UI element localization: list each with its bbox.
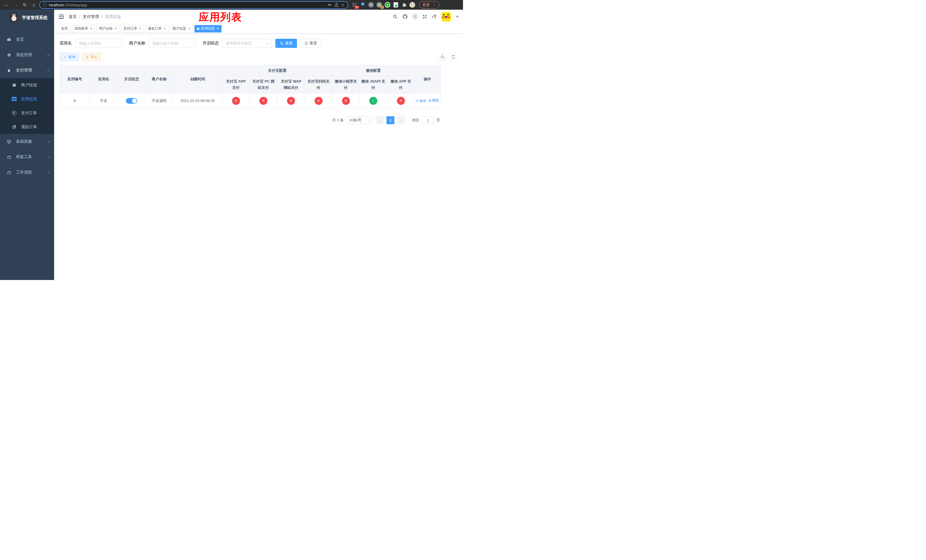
fullscreen-icon[interactable] — [422, 14, 427, 19]
extension-y-icon[interactable]: y — [385, 2, 390, 8]
tab-merchant-info[interactable]: 商户信息✕ — [170, 25, 193, 32]
extension-kite-icon[interactable] — [360, 2, 366, 8]
extension-badge: 10 — [354, 6, 359, 9]
sidebar-item-label: 退款订单 — [21, 124, 37, 130]
edit-link[interactable]: ✎修改 — [416, 98, 426, 103]
yen-circle-icon: ¥ — [12, 111, 17, 115]
avatar[interactable] — [441, 12, 451, 22]
col-group-alipay: 支付宝配置 — [222, 65, 332, 76]
sidebar-item-refund-orders[interactable]: 退款订单 — [0, 120, 54, 134]
browser-reload-button[interactable]: ↻ — [21, 1, 29, 9]
page-size-select[interactable]: 10条/页 — [346, 116, 373, 124]
status-toggle[interactable] — [126, 98, 137, 104]
app-logo-row[interactable]: 芋道管理系统 — [0, 10, 54, 26]
goto-page-input[interactable] — [422, 116, 434, 124]
breadcrumb-payment[interactable]: 支付管理 — [83, 14, 99, 20]
chevron-down-icon — [47, 140, 50, 143]
search-icon[interactable] — [393, 14, 398, 19]
browser-home-button[interactable]: ⌂ — [30, 1, 38, 9]
merchant-name-label: 商户名称 — [129, 41, 145, 46]
breadcrumb-separator: / — [79, 15, 80, 19]
close-icon[interactable]: ✕ — [216, 27, 219, 30]
cell-status — [118, 94, 145, 108]
refresh-table-button[interactable] — [449, 53, 457, 61]
chevron-down-icon[interactable] — [456, 16, 459, 18]
tab-pay-orders[interactable]: 支付订单✕ — [121, 25, 144, 32]
prev-page-button[interactable]: ‹ — [375, 116, 384, 124]
cell-actions: ✎修改删除 — [415, 94, 440, 108]
github-icon[interactable] — [402, 14, 408, 20]
sidebar-item-payment[interactable]: ¥ 支付管理 — [0, 63, 54, 78]
tab-label: 退款订单 — [148, 26, 162, 31]
search-button[interactable]: 搜索 — [275, 39, 297, 48]
col-header-channel: 支付宝 APP 支付 — [222, 76, 250, 94]
status-x-icon: ✕ — [397, 97, 405, 105]
extension-emoji-icon[interactable] — [410, 2, 415, 8]
tab-refund-orders[interactable]: 退款订单✕ — [145, 25, 169, 32]
show-search-button[interactable] — [439, 53, 446, 61]
tab-process-form[interactable]: 流程表单✕ — [72, 25, 95, 32]
tab-user-group[interactable]: 用户分组✕ — [96, 25, 119, 32]
sidebar-item-home[interactable]: 首页 — [0, 32, 54, 47]
extension-command-icon[interactable]: ⌘ — [368, 2, 374, 8]
export-button[interactable]: 导出 — [82, 53, 101, 61]
col-group-wechat: 微信配置 — [332, 65, 415, 76]
sidebar-item-merchant-info[interactable]: 商户信息 — [0, 78, 54, 92]
sidebar-item-app-info[interactable]: 应用信息 — [0, 92, 54, 106]
browser-menu-icon[interactable]: ⋮ — [433, 3, 436, 7]
breadcrumb-home[interactable]: 首页 — [69, 14, 77, 20]
delete-link[interactable]: 删除 — [428, 98, 439, 103]
add-button[interactable]: ＋ 新增 — [60, 53, 79, 61]
search-icon — [440, 55, 445, 59]
browser-back-button[interactable]: ← — [3, 1, 10, 9]
status-x-icon: ✕ — [232, 97, 240, 105]
col-header-channel: 微信 JSAPI 支付 — [360, 76, 387, 94]
cell-channel-alipay-pc: ✕ — [250, 94, 277, 108]
app-name-label: 应用名 — [60, 41, 72, 46]
browser-update-button[interactable]: 更新 ⋮ — [419, 1, 439, 9]
navbar-actions: ? TT — [393, 12, 459, 22]
tab-app-info[interactable]: 应用信息✕ — [195, 25, 221, 32]
sidebar-item-pay-orders[interactable]: ¥ 支付订单 — [0, 106, 54, 120]
help-icon[interactable]: ? — [413, 14, 418, 19]
tab-home[interactable]: 首页 — [58, 25, 70, 32]
sidebar-item-infrastructure[interactable]: 基础设施 — [0, 134, 54, 149]
next-page-button[interactable]: › — [397, 116, 405, 124]
browser-toolbar: ← → ↻ ⌂ i localhost:1024/pay/app ☆ 10 ⌘ … — [0, 0, 463, 10]
sidebar-item-workflow[interactable]: 工作流程 — [0, 165, 54, 180]
delete-label: 删除 — [432, 98, 439, 103]
close-icon[interactable]: ✕ — [188, 27, 191, 30]
app-name-input[interactable] — [75, 39, 122, 48]
merchant-name-input[interactable] — [149, 39, 196, 48]
tab-label: 首页 — [61, 26, 68, 31]
address-bar[interactable]: i localhost:1024/pay/app ☆ — [39, 1, 348, 9]
extensions-area: 10 ⌘ 1 y — [352, 2, 415, 8]
extension-recorder-icon[interactable]: 1 — [377, 2, 382, 8]
site-info-icon[interactable]: i — [43, 3, 47, 7]
sidebar-collapse-icon[interactable] — [58, 14, 64, 20]
refresh-icon — [304, 42, 308, 45]
monitor-icon — [6, 139, 11, 144]
share-icon[interactable] — [334, 3, 339, 7]
sidebar-item-system[interactable]: 系统管理 — [0, 47, 54, 63]
sidebar-item-dev-tools[interactable]: 研发工具 — [0, 149, 54, 165]
close-icon[interactable]: ✕ — [114, 27, 117, 30]
close-icon[interactable]: ✕ — [90, 27, 92, 30]
browser-forward-button[interactable]: → — [12, 1, 20, 9]
reset-button[interactable]: 重置 — [300, 39, 321, 48]
cell-created: 2021-10-23 08:49:25 — [173, 94, 222, 108]
col-header-channel: 微信小程序支付 — [332, 76, 360, 94]
close-icon[interactable]: ✕ — [139, 27, 141, 30]
font-size-icon[interactable]: TT — [432, 14, 437, 20]
extensions-puzzle-icon[interactable] — [401, 2, 407, 8]
close-icon[interactable]: ✕ — [163, 27, 166, 30]
sidebar-item-label: 首页 — [16, 37, 50, 42]
status-select[interactable]: 请选择开启状态 — [222, 39, 272, 48]
extension-notes-icon[interactable] — [393, 2, 399, 8]
extension-grid-icon[interactable]: 10 — [352, 2, 357, 8]
page-1-button[interactable]: 1 — [386, 116, 394, 124]
chevron-up-icon — [47, 70, 50, 73]
password-key-icon[interactable] — [327, 3, 332, 7]
sidebar-submenu-payment: 商户信息 应用信息 ¥ 支付订单 退款订单 — [0, 78, 54, 134]
bookmark-star-icon[interactable]: ☆ — [341, 2, 345, 8]
